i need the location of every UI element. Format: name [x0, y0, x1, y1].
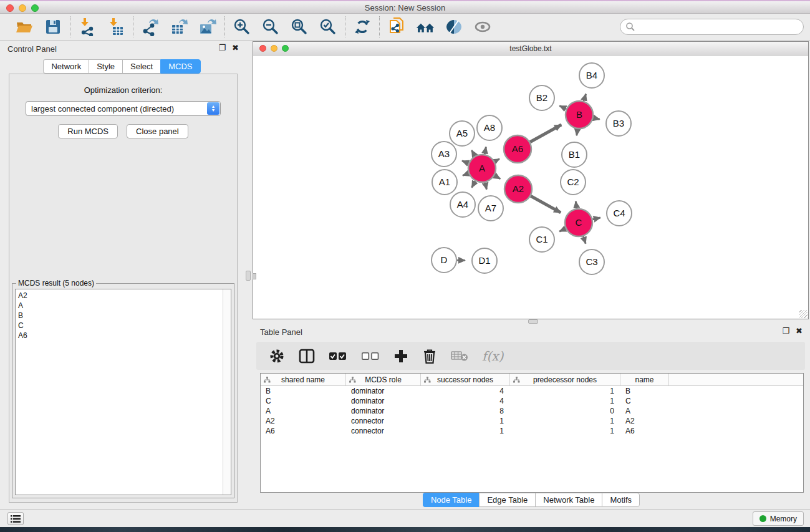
show-graphics-details-icon[interactable] [445, 17, 463, 36]
network-canvas[interactable]: B4B2BB3A8A5A6A3B1AA1C2A2A4A7C4CC1DD1C3 [254, 56, 808, 318]
graph-edge-C-C2[interactable] [576, 201, 577, 209]
select-all-columns-icon[interactable] [329, 351, 347, 361]
column-header-MCDS-role[interactable]: MCDS role [346, 374, 421, 385]
mcds-result-item[interactable]: C [18, 321, 231, 331]
run-mcds-button[interactable]: Run MCDS [58, 124, 118, 138]
graph-edge-A-A5[interactable] [471, 150, 475, 156]
table-cell[interactable]: 8 [421, 407, 510, 415]
graph-edge-C-C3[interactable] [583, 236, 586, 244]
close-panel-icon[interactable]: ✖ [232, 43, 239, 52]
table-cell[interactable]: A6 [261, 427, 346, 435]
table-cell[interactable]: 1 [510, 397, 620, 405]
graph-edge-A-A7[interactable] [485, 183, 487, 190]
control-tab-select[interactable]: Select [122, 59, 160, 74]
open-session-icon[interactable] [15, 17, 34, 36]
import-table-icon[interactable] [107, 17, 125, 36]
table-cell[interactable]: dominator [346, 407, 421, 415]
first-neighbors-icon[interactable] [416, 17, 435, 36]
mcds-result-item[interactable]: A6 [18, 331, 231, 341]
graph-edge-A-A2[interactable] [494, 175, 500, 178]
table-cell[interactable]: 1 [510, 427, 620, 435]
hide-graphics-details-icon[interactable] [473, 17, 492, 36]
table-cell[interactable]: C [620, 397, 669, 405]
table-cell[interactable]: A6 [620, 427, 669, 435]
criterion-select[interactable]: largest connected component (directed) ▲… [26, 101, 221, 116]
table-tab-motifs[interactable]: Motifs [602, 493, 640, 507]
table-cell[interactable]: A2 [620, 417, 669, 425]
control-tab-network[interactable]: Network [43, 59, 89, 74]
mcds-list-scrollbar[interactable] [223, 289, 231, 495]
table-cell[interactable]: connector [346, 417, 421, 425]
column-header-shared-name[interactable]: shared name [261, 374, 346, 385]
table-tab-edge-table[interactable]: Edge Table [479, 493, 535, 507]
graph-edge-B-B4[interactable] [584, 94, 586, 102]
delete-table-icon[interactable] [451, 350, 468, 362]
table-row[interactable]: Bdominator41B [261, 386, 803, 396]
table-cell[interactable]: 1 [421, 427, 510, 435]
table-row[interactable]: A2connector11A2 [261, 416, 803, 426]
control-tab-mcds[interactable]: MCDS [160, 59, 200, 74]
vertical-splitter-grip[interactable] [246, 271, 251, 281]
save-session-icon[interactable] [44, 17, 62, 36]
graph-edge-A-A1[interactable] [463, 173, 468, 175]
table-cell[interactable]: A [261, 407, 346, 415]
delete-columns-icon[interactable] [422, 348, 437, 364]
import-network-icon[interactable] [78, 17, 97, 36]
search-field[interactable] [620, 19, 804, 35]
deselect-all-columns-icon[interactable] [361, 351, 380, 361]
graph-edge-A-A6[interactable] [494, 159, 499, 162]
table-row[interactable]: A6connector11A6 [261, 426, 803, 436]
control-tab-style[interactable]: Style [89, 59, 122, 74]
zoom-fit-icon[interactable] [290, 17, 309, 36]
graph-edge-C-C4[interactable] [592, 218, 600, 220]
zoom-in-icon[interactable] [233, 17, 251, 36]
close-panel-button[interactable]: Close panel [127, 124, 188, 138]
graph-edge-C-C1[interactable] [559, 229, 566, 232]
graph-edge-B-B2[interactable] [559, 106, 566, 109]
graph-edge-A-A4[interactable] [472, 181, 476, 187]
table-row[interactable]: Adominator80A [261, 406, 803, 416]
graph-edge-A6-B[interactable] [530, 125, 561, 142]
create-new-column-icon[interactable] [393, 349, 408, 364]
table-row[interactable]: Cdominator41C [261, 396, 803, 406]
table-cell[interactable]: 1 [421, 417, 510, 425]
zoom-out-icon[interactable] [261, 17, 280, 36]
memory-button[interactable]: Memory [753, 511, 804, 526]
close-table-panel-icon[interactable]: ✖ [796, 326, 803, 336]
zoom-selected-icon[interactable] [319, 17, 337, 36]
float-panel-icon[interactable]: ❐ [218, 43, 226, 52]
mcds-result-item[interactable]: A2 [18, 291, 231, 301]
table-tab-node-table[interactable]: Node Table [423, 493, 480, 507]
task-history-button[interactable] [7, 512, 24, 525]
table-cell[interactable]: C [261, 397, 346, 405]
refresh-layout-icon[interactable] [353, 17, 372, 36]
table-cell[interactable]: 1 [510, 417, 620, 425]
export-image-icon[interactable] [198, 17, 217, 36]
table-cell[interactable]: 4 [421, 397, 510, 405]
mcds-result-item[interactable]: A [18, 301, 231, 311]
table-cell[interactable]: A2 [261, 417, 346, 425]
table-cell[interactable]: connector [346, 427, 421, 435]
function-builder-icon[interactable]: f(x) [482, 349, 503, 364]
network-window-titlebar[interactable]: testGlobe.txt [253, 42, 808, 56]
table-cell[interactable]: 1 [510, 387, 620, 395]
graph-edge-B-B3[interactable] [594, 118, 600, 119]
export-table-icon[interactable] [170, 17, 188, 36]
search-input[interactable] [635, 22, 803, 32]
table-cell[interactable]: B [261, 387, 346, 395]
table-cell[interactable]: dominator [346, 387, 421, 395]
mcds-result-item[interactable]: B [18, 311, 231, 321]
graph-edge-A-A3[interactable] [462, 161, 469, 163]
table-cell[interactable]: 4 [421, 387, 510, 395]
column-header-predecessor-nodes[interactable]: predecessor nodes [510, 374, 620, 385]
graph-edge-A2-C[interactable] [531, 196, 561, 213]
column-header-name[interactable]: name [620, 374, 669, 385]
table-cell[interactable]: 0 [510, 407, 620, 415]
new-network-from-selection-icon[interactable] [387, 17, 406, 36]
show-column-panel-icon[interactable] [299, 349, 315, 364]
graph-edge-B-B1[interactable] [577, 129, 577, 135]
table-cell[interactable]: A [620, 407, 669, 415]
mcds-result-list[interactable]: A2ABCA6 [15, 289, 231, 495]
table-cell[interactable]: B [620, 387, 669, 395]
column-header-successor-nodes[interactable]: successor nodes [421, 374, 510, 385]
